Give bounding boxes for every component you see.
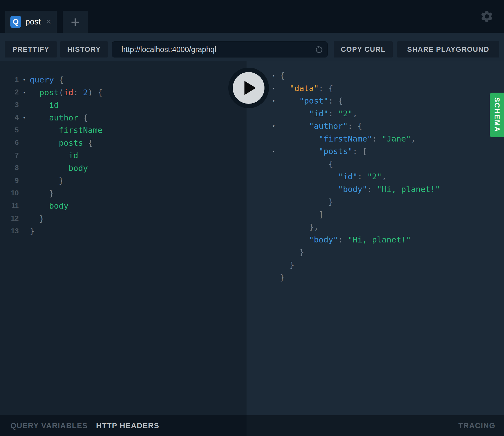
reload-schema-icon[interactable] xyxy=(315,45,324,54)
endpoint-url-wrap xyxy=(112,41,328,57)
code-line: "id": "2", xyxy=(247,170,504,183)
tab-label: post xyxy=(25,17,41,27)
code-text: id xyxy=(30,151,78,160)
code-line: ▾ "post": { xyxy=(247,94,504,107)
code-text: posts { xyxy=(30,138,93,148)
copy-curl-button[interactable]: COPY CURL xyxy=(334,41,393,57)
code-text: "firstName": "Jane", xyxy=(280,134,416,143)
code-text: body xyxy=(30,163,88,173)
line-number: 7 xyxy=(0,151,19,159)
code-line: "firstName": "Jane", xyxy=(247,132,504,145)
endpoint-url-input[interactable] xyxy=(112,41,328,57)
close-tab-icon[interactable]: ✕ xyxy=(46,18,51,26)
code-line: 4▾ author { xyxy=(0,111,247,124)
code-line: 2▾ post(id: 2) { xyxy=(0,86,247,99)
code-text: post(id: 2) { xyxy=(30,88,102,97)
line-number: 12 xyxy=(0,214,19,222)
code-line: "body": "Hi, planet!" xyxy=(247,233,504,246)
code-line: 1▾query { xyxy=(0,73,247,86)
code-text: "posts": [ xyxy=(280,146,367,156)
fold-arrow-icon[interactable]: ▾ xyxy=(267,98,280,103)
code-text: "id": "2", xyxy=(280,172,387,181)
bottom-bar: QUERY VARIABLES HTTP HEADERS TRACING xyxy=(0,415,504,436)
fold-arrow-icon[interactable]: ▾ xyxy=(267,73,280,78)
main-area: 1▾query {2▾ post(id: 2) {3 id4▾ author {… xyxy=(0,61,504,415)
code-text: "data": { xyxy=(280,84,333,93)
code-line: ▾ "author": { xyxy=(247,120,504,132)
code-line: 9 } xyxy=(0,174,247,187)
fold-arrow-icon[interactable]: ▾ xyxy=(19,90,30,95)
settings-button[interactable] xyxy=(480,9,494,23)
graphql-playground-window: Q post ✕ + PRETTIFY HISTORY xyxy=(0,0,504,436)
code-text: } xyxy=(30,176,64,185)
line-number: 4 xyxy=(0,113,19,121)
tab-post[interactable]: Q post ✕ xyxy=(5,11,57,33)
bottom-bar-left: QUERY VARIABLES HTTP HEADERS xyxy=(0,415,247,436)
history-button[interactable]: HISTORY xyxy=(60,41,108,57)
code-line: 11 body xyxy=(0,200,247,212)
code-text: "id": "2", xyxy=(280,109,358,118)
response-viewer: ▾{▾ "data": {▾ "post": { "id": "2",▾ "au… xyxy=(247,61,504,415)
code-line: 10 } xyxy=(0,187,247,200)
line-number: 1 xyxy=(0,76,19,84)
code-line: "id": "2", xyxy=(247,107,504,120)
query-variables-tab[interactable]: QUERY VARIABLES xyxy=(10,421,88,430)
fold-arrow-icon[interactable]: ▾ xyxy=(19,77,30,82)
code-text: "post": { xyxy=(280,96,343,105)
code-line: } xyxy=(247,195,504,208)
line-number: 2 xyxy=(0,88,19,96)
code-text: "author": { xyxy=(280,121,362,131)
toolbar: PRETTIFY HISTORY COPY CURL SHARE PLAYGRO… xyxy=(0,33,504,61)
fold-arrow-icon[interactable]: ▾ xyxy=(19,115,30,120)
query-editor[interactable]: 1▾query {2▾ post(id: 2) {3 id4▾ author {… xyxy=(0,61,247,415)
new-tab-button[interactable]: + xyxy=(63,11,88,33)
code-line: } xyxy=(247,271,504,284)
line-number: 6 xyxy=(0,139,19,147)
code-line: ▾ "posts": [ xyxy=(247,145,504,158)
line-number: 5 xyxy=(0,126,19,134)
code-text: } xyxy=(280,260,294,270)
http-headers-tab[interactable]: HTTP HEADERS xyxy=(96,421,159,430)
line-number: 3 xyxy=(0,101,19,109)
code-text: ] xyxy=(280,210,324,219)
code-line: } xyxy=(247,259,504,271)
code-text: query { xyxy=(30,75,64,84)
line-number: 9 xyxy=(0,177,19,185)
code-text: body xyxy=(30,201,68,210)
fold-arrow-icon[interactable]: ▾ xyxy=(267,149,280,154)
code-line: 12 } xyxy=(0,212,247,225)
prettify-button[interactable]: PRETTIFY xyxy=(5,41,57,57)
code-text: id xyxy=(30,100,59,110)
code-line: { xyxy=(247,158,504,170)
code-text: }, xyxy=(280,222,319,232)
code-text: author { xyxy=(30,113,88,122)
code-line: 13} xyxy=(0,225,247,238)
line-number: 8 xyxy=(0,164,19,172)
execute-query-button[interactable] xyxy=(228,68,269,108)
code-line: 7 id xyxy=(0,149,247,162)
schema-side-tab[interactable]: SCHEMA xyxy=(490,93,504,137)
play-icon xyxy=(233,72,264,104)
fold-arrow-icon[interactable]: ▾ xyxy=(267,123,280,129)
bottom-bar-right: TRACING xyxy=(247,415,504,436)
code-text: } xyxy=(30,226,35,236)
share-playground-button[interactable]: SHARE PLAYGROUND xyxy=(397,41,499,57)
code-line: ▾ "data": { xyxy=(247,82,504,95)
code-text: } xyxy=(280,197,333,206)
code-line: 5 firstName xyxy=(0,124,247,137)
tracing-tab[interactable]: TRACING xyxy=(458,421,495,430)
code-line: 8 body xyxy=(0,162,247,175)
code-text: } xyxy=(30,214,44,223)
query-type-badge: Q xyxy=(10,16,21,28)
line-number: 11 xyxy=(0,202,19,210)
code-text: "body": "Hi, planet!" xyxy=(280,235,411,244)
code-text: { xyxy=(280,71,285,80)
code-line: }, xyxy=(247,221,504,233)
code-line: ▾{ xyxy=(247,69,504,82)
gear-icon xyxy=(480,20,494,24)
code-line: } xyxy=(247,246,504,259)
code-line: 6 posts { xyxy=(0,137,247,149)
code-line: ] xyxy=(247,208,504,221)
fold-arrow-icon[interactable]: ▾ xyxy=(267,86,280,91)
code-line: 3 id xyxy=(0,99,247,111)
